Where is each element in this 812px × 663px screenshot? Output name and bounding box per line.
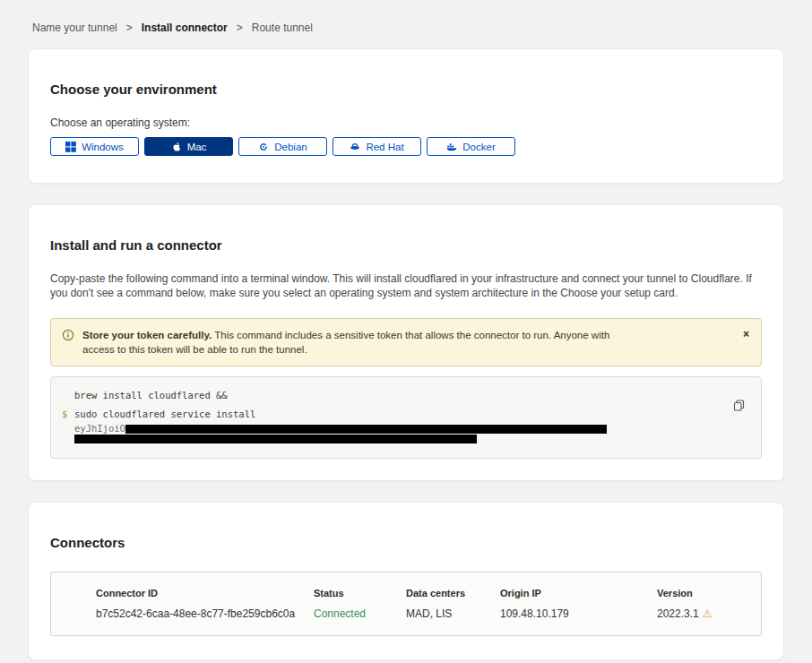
install-command-codeblock: brew install cloudflared && $ sudo cloud… bbox=[50, 376, 762, 459]
breadcrumb: Name your tunnel > Install connector > R… bbox=[0, 0, 812, 48]
warning-icon: ⚠ bbox=[703, 607, 713, 620]
connectors-card-title: Connectors bbox=[50, 535, 762, 550]
install-description: Copy-paste the following command into a … bbox=[50, 271, 762, 300]
os-button-docker[interactable]: Docker bbox=[427, 137, 515, 156]
os-select-label: Choose an operating system: bbox=[50, 116, 762, 129]
breadcrumb-separator: > bbox=[126, 22, 133, 34]
breadcrumb-install-connector[interactable]: Install connector bbox=[142, 22, 228, 34]
cell-version: 2022.3.1 ⚠ bbox=[657, 607, 743, 620]
code-line-2: $ sudo cloudflared service install bbox=[62, 405, 747, 424]
info-icon bbox=[62, 329, 74, 341]
cell-data-centers: MAD, LIS bbox=[406, 607, 500, 620]
os-button-windows[interactable]: Windows bbox=[50, 137, 139, 156]
breadcrumb-separator: > bbox=[237, 22, 243, 34]
apple-icon bbox=[171, 142, 182, 152]
os-button-debian[interactable]: Debian bbox=[238, 137, 327, 156]
shell-prompt: $ bbox=[62, 405, 74, 424]
token-line-2 bbox=[62, 434, 747, 443]
col-data-centers: Data centers bbox=[406, 588, 500, 598]
connectors-table: Connector ID Status Data centers Origin … bbox=[50, 572, 762, 636]
connectors-card: Connectors Connector ID Status Data cent… bbox=[28, 502, 784, 660]
os-button-label: Mac bbox=[187, 142, 207, 152]
redacted-token-bar bbox=[125, 425, 607, 434]
alert-text: Store your token carefully. This command… bbox=[82, 328, 620, 357]
version-text: 2022.3.1 bbox=[657, 607, 699, 620]
close-icon[interactable]: × bbox=[743, 329, 749, 340]
table-row: b7c52c42-6caa-48ee-8c77-fbe259cb6c0a Con… bbox=[51, 598, 761, 635]
os-button-label: Docker bbox=[462, 142, 495, 152]
redhat-icon bbox=[350, 142, 360, 152]
environment-card: Choose your environment Choose an operat… bbox=[28, 48, 784, 184]
docker-icon bbox=[446, 142, 457, 152]
code-line-1-text: brew install cloudflared && bbox=[74, 386, 228, 405]
os-button-mac[interactable]: Mac bbox=[144, 137, 233, 156]
breadcrumb-name-your-tunnel[interactable]: Name your tunnel bbox=[32, 22, 117, 34]
code-line-1: brew install cloudflared && bbox=[62, 386, 747, 405]
col-version: Version bbox=[657, 588, 743, 598]
copy-icon[interactable] bbox=[732, 399, 747, 413]
os-button-label: Red Hat bbox=[366, 142, 403, 152]
col-origin-ip: Origin IP bbox=[500, 588, 657, 598]
breadcrumb-route-tunnel[interactable]: Route tunnel bbox=[252, 22, 313, 34]
os-button-label: Windows bbox=[82, 142, 124, 152]
cell-origin-ip: 109.48.10.179 bbox=[500, 607, 657, 620]
os-button-row: Windows Mac Debian bbox=[50, 137, 762, 156]
col-connector-id: Connector ID bbox=[96, 588, 314, 598]
code-line-2-text: sudo cloudflared service install bbox=[74, 405, 255, 424]
status-badge: Connected bbox=[314, 607, 406, 620]
os-button-redhat[interactable]: Red Hat bbox=[333, 137, 421, 156]
install-card: Install and run a connector Copy-paste t… bbox=[28, 204, 784, 481]
token-prefix: eyJhIjoiO bbox=[74, 424, 125, 434]
alert-bold-text: Store your token carefully. bbox=[82, 330, 212, 340]
redacted-token-bar bbox=[74, 435, 477, 443]
token-warning-alert: Store your token carefully. This command… bbox=[50, 318, 762, 366]
environment-card-title: Choose your environment bbox=[50, 82, 762, 97]
windows-icon bbox=[65, 142, 76, 152]
debian-icon bbox=[258, 142, 269, 152]
token-line-1: eyJhIjoiO bbox=[62, 424, 747, 434]
os-button-label: Debian bbox=[274, 142, 307, 152]
col-status: Status bbox=[314, 588, 406, 598]
cell-connector-id: b7c52c42-6caa-48ee-8c77-fbe259cb6c0a bbox=[96, 607, 314, 620]
install-card-title: Install and run a connector bbox=[50, 237, 762, 253]
connectors-table-header: Connector ID Status Data centers Origin … bbox=[51, 573, 761, 598]
